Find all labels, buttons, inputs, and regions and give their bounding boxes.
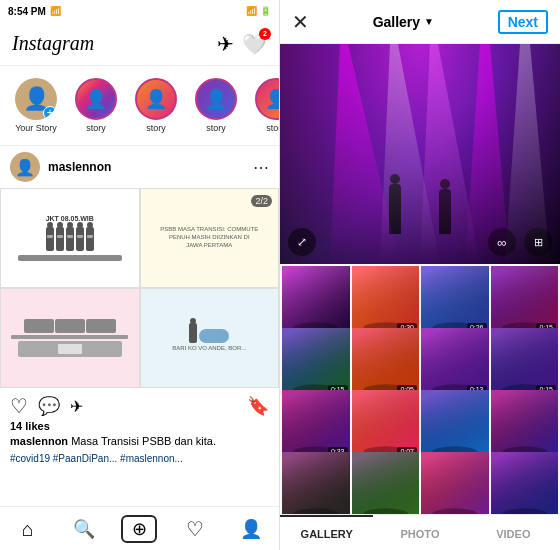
like-button[interactable]: ♡: [10, 394, 28, 418]
svg-rect-31: [352, 452, 420, 514]
thumbnail-grid: 0:30 0:26 0:15: [280, 264, 560, 514]
instagram-header: Instagram ✈ 🤍 2: [0, 22, 279, 66]
header-icons: ✈ 🤍 2: [217, 32, 267, 56]
story-avatar-3: 👤: [135, 78, 177, 120]
post-user-info[interactable]: 👤 maslennon: [10, 152, 111, 182]
comic-cell-4: BARI KO VO ANDE, BOR...: [140, 288, 280, 388]
concert-overlay: ⤢ ∞ ⊞: [280, 44, 560, 264]
add-story-plus-icon: +: [43, 106, 57, 120]
thumbnail-item-8[interactable]: 0:15: [491, 328, 559, 396]
counter-badge: 2/2: [251, 195, 272, 207]
thumbnail-item-2[interactable]: 0:30: [352, 266, 420, 334]
direct-icon[interactable]: ✈: [217, 32, 234, 56]
search-icon: 🔍: [73, 520, 95, 538]
your-story-label: Your Story: [15, 123, 57, 133]
thumbnail-item-16[interactable]: [491, 452, 559, 514]
post-more-menu[interactable]: ⋯: [253, 158, 269, 177]
tab-video-label: VIDEO: [496, 528, 530, 540]
multiple-select-button[interactable]: ∞: [488, 228, 516, 256]
gallery-panel: ✕ Gallery ▼ Next ⤢ ∞ ⊞: [280, 0, 560, 550]
gallery-close-button[interactable]: ✕: [292, 10, 309, 34]
stories-row: 👤 + Your Story 👤 story 👤 story 👤 story: [0, 66, 279, 146]
signal-icons: 📶: [50, 6, 61, 16]
caption-username: maslennon: [10, 435, 68, 447]
caption-text: Masa Transisi PSBB dan kita.: [71, 435, 216, 447]
post-likes: 14 likes: [0, 420, 279, 434]
gallery-header: ✕ Gallery ▼ Next: [280, 0, 560, 44]
comic-cell-2: PSBB MASA TRANSISI: COMMUTEPENUH MASIH D…: [140, 188, 280, 288]
main-photo-preview: ⤢ ∞ ⊞: [280, 44, 560, 264]
tab-gallery-label: GALLERY: [301, 528, 353, 540]
story-avatar-5: 👤: [255, 78, 279, 120]
comic-cell-3: [0, 288, 140, 388]
expand-button[interactable]: ⤢: [288, 228, 316, 256]
nav-search[interactable]: 🔍: [66, 515, 102, 543]
post-header: 👤 maslennon ⋯: [0, 146, 279, 188]
thumbnail-item-3[interactable]: 0:26: [421, 266, 489, 334]
nav-home[interactable]: ⌂: [10, 515, 46, 543]
home-icon: ⌂: [22, 519, 34, 539]
post-actions-left: ♡ 💬 ✈: [10, 394, 83, 418]
thumbnail-item-7[interactable]: 0:13: [421, 328, 489, 396]
story-label-5: story: [266, 123, 279, 133]
nav-profile[interactable]: 👤: [233, 515, 269, 543]
story-item-2[interactable]: 👤 story: [70, 78, 122, 133]
save-button[interactable]: 🔖: [247, 395, 269, 417]
story-item-5[interactable]: 👤 story: [250, 78, 279, 133]
tab-video[interactable]: VIDEO: [467, 515, 560, 550]
comic-grid: JKT 08.05.WIB: [0, 188, 279, 388]
post-actions: ♡ 💬 ✈ 🔖: [0, 388, 279, 420]
chevron-down-icon: ▼: [424, 16, 434, 27]
post-username: maslennon: [48, 160, 111, 174]
battery-icon: 🔋: [260, 6, 271, 16]
tab-photo[interactable]: PHOTO: [373, 515, 466, 550]
post-image: JKT 08.05.WIB: [0, 188, 279, 388]
thumbnail-item-12[interactable]: [491, 390, 559, 458]
your-story-avatar: 👤 +: [15, 78, 57, 120]
gallery-title-wrap[interactable]: Gallery ▼: [373, 14, 434, 30]
thumbnail-item-6[interactable]: 0:05: [352, 328, 420, 396]
add-icon: ⊕: [132, 520, 147, 538]
story-avatar-4: 👤: [195, 78, 237, 120]
your-story-item[interactable]: 👤 + Your Story: [10, 78, 62, 133]
tab-photo-label: PHOTO: [401, 528, 440, 540]
instagram-feed-panel: 8:54 PM 📶 📶 🔋 Instagram ✈ 🤍 2 👤 + Your S…: [0, 0, 280, 550]
comic-cell-1: JKT 08.05.WIB: [0, 188, 140, 288]
notification-badge-wrap[interactable]: 🤍 2: [242, 32, 267, 56]
thumbnail-item-11[interactable]: [421, 390, 489, 458]
story-item-4[interactable]: 👤 story: [190, 78, 242, 133]
svg-rect-29: [282, 452, 350, 514]
svg-rect-33: [421, 452, 489, 514]
thumbnail-item-15[interactable]: [421, 452, 489, 514]
thumbnail-item-1[interactable]: [282, 266, 350, 334]
tab-gallery[interactable]: GALLERY: [280, 515, 373, 550]
share-button[interactable]: ✈: [70, 397, 83, 416]
status-time: 8:54 PM 📶: [8, 6, 61, 17]
post-tags: #covid19 #PaanDiPan... #maslennon...: [0, 451, 279, 470]
gallery-tabs: GALLERY PHOTO VIDEO: [280, 514, 560, 550]
time-display: 8:54 PM: [8, 6, 46, 17]
heart-icon: ♡: [186, 519, 204, 539]
story-label-4: story: [206, 123, 226, 133]
profile-icon: 👤: [240, 520, 262, 538]
next-button[interactable]: Next: [498, 10, 548, 34]
thumbnail-item-13[interactable]: [282, 452, 350, 514]
story-label-3: story: [146, 123, 166, 133]
photo-controls: ∞ ⊞: [488, 228, 552, 256]
thumbnail-item-9[interactable]: 0:33: [282, 390, 350, 458]
svg-rect-35: [491, 452, 559, 514]
nav-add[interactable]: ⊕: [121, 515, 157, 543]
status-bar: 8:54 PM 📶 📶 🔋: [0, 0, 279, 22]
story-avatar-2: 👤: [75, 78, 117, 120]
nav-heart[interactable]: ♡: [177, 515, 213, 543]
notification-count: 2: [259, 28, 271, 40]
thumbnail-item-4[interactable]: 0:15: [491, 266, 559, 334]
flip-button[interactable]: ⊞: [524, 228, 552, 256]
story-item-3[interactable]: 👤 story: [130, 78, 182, 133]
thumbnail-item-10[interactable]: 0:07: [352, 390, 420, 458]
thumbnail-item-14[interactable]: [352, 452, 420, 514]
thumbnail-item-5[interactable]: 0:15: [282, 328, 350, 396]
story-label-2: story: [86, 123, 106, 133]
post-user-avatar: 👤: [10, 152, 40, 182]
comment-button[interactable]: 💬: [38, 395, 60, 417]
